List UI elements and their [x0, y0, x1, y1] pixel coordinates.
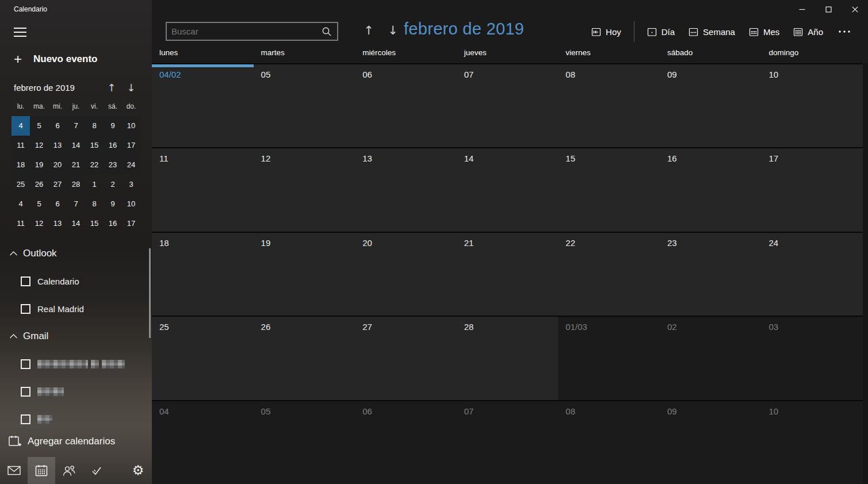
date-cell-07[interactable]: 07 [457, 401, 559, 484]
date-cell-09[interactable]: 09 [660, 64, 762, 147]
date-cell-06[interactable]: 06 [355, 64, 457, 147]
date-cell-06[interactable]: 06 [355, 401, 457, 484]
date-cell-11[interactable]: 11 [152, 148, 254, 231]
date-cell-18[interactable]: 18 [152, 233, 254, 316]
view-button-day[interactable]: Día [640, 24, 682, 40]
date-cell-24[interactable]: 24 [761, 233, 863, 316]
maximize-button[interactable] [815, 0, 842, 18]
mini-day-16[interactable]: 16 [104, 214, 122, 233]
date-cell-26[interactable]: 26 [254, 317, 355, 400]
mini-day-12[interactable]: 12 [30, 136, 48, 155]
calendar-list-item[interactable] [21, 412, 52, 426]
mini-day-17[interactable]: 17 [122, 214, 140, 233]
mini-day-13[interactable]: 13 [48, 136, 67, 155]
sidebar-scrollbar[interactable] [149, 248, 151, 338]
date-cell-19[interactable]: 19 [254, 233, 355, 316]
date-cell-10[interactable]: 10 [761, 401, 863, 484]
mini-day-24[interactable]: 24 [122, 155, 140, 175]
date-cell-12[interactable]: 12 [254, 148, 355, 231]
date-cell-03[interactable]: 03 [761, 317, 863, 400]
date-cell-13[interactable]: 13 [355, 148, 457, 231]
date-cell-09[interactable]: 09 [660, 401, 762, 484]
date-cell-16[interactable]: 16 [660, 148, 762, 231]
new-event-button[interactable]: + Nuevo evento [14, 53, 97, 66]
minimize-button[interactable] [789, 0, 815, 18]
mini-day-14[interactable]: 14 [67, 214, 85, 233]
checkbox-unchecked[interactable] [21, 276, 30, 286]
date-cell-04/02[interactable]: 04/02 [152, 64, 254, 147]
dock-todo-button[interactable] [83, 457, 110, 484]
mini-day-8[interactable]: 8 [85, 116, 104, 136]
checkbox-unchecked[interactable] [21, 387, 30, 397]
next-month-button[interactable]: ↓ [384, 22, 402, 39]
search-input[interactable] [167, 26, 322, 36]
dock-people-button[interactable] [55, 457, 83, 484]
date-cell-20[interactable]: 20 [355, 233, 457, 316]
date-cell-28[interactable]: 28 [457, 317, 559, 400]
mini-day-15[interactable]: 15 [85, 214, 104, 233]
mini-day-10[interactable]: 10 [122, 194, 140, 214]
calendar-list-item[interactable] [21, 357, 125, 371]
mini-day-9[interactable]: 9 [104, 194, 122, 214]
mini-day-7[interactable]: 7 [67, 116, 85, 136]
date-cell-21[interactable]: 21 [457, 233, 559, 316]
date-cell-15[interactable]: 15 [558, 148, 660, 231]
mini-day-22[interactable]: 22 [85, 155, 104, 175]
mini-day-16[interactable]: 16 [104, 136, 122, 155]
hamburger-menu-icon[interactable] [14, 28, 26, 37]
date-cell-01/03[interactable]: 01/03 [558, 317, 660, 400]
date-cell-17[interactable]: 17 [761, 148, 863, 231]
mini-calendar-title[interactable]: febrero de 2019 [14, 83, 75, 93]
mini-day-21[interactable]: 21 [67, 155, 85, 175]
date-cell-07[interactable]: 07 [457, 64, 559, 147]
more-options-button[interactable] [830, 26, 859, 37]
close-button[interactable] [842, 0, 868, 18]
mini-day-17[interactable]: 17 [122, 136, 140, 155]
mini-day-3[interactable]: 3 [122, 175, 140, 194]
main-scrollbar[interactable] [863, 63, 868, 484]
date-cell-22[interactable]: 22 [558, 233, 660, 316]
mini-day-6[interactable]: 6 [48, 194, 67, 214]
dock-settings-button[interactable]: ⚙ [124, 457, 152, 484]
date-cell-27[interactable]: 27 [355, 317, 457, 400]
mini-day-5[interactable]: 5 [30, 194, 48, 214]
calendar-list-item[interactable] [21, 385, 64, 398]
mini-calendar-next-button[interactable]: ↓ [124, 82, 138, 95]
mini-day-6[interactable]: 6 [48, 116, 67, 136]
view-button-year[interactable]: Año [786, 24, 830, 40]
section-header-gmail[interactable]: Gmail [9, 329, 48, 343]
date-cell-08[interactable]: 08 [558, 64, 660, 147]
search-icon[interactable] [322, 26, 332, 37]
view-button-week[interactable]: Semana [682, 24, 742, 40]
mini-day-25[interactable]: 25 [12, 175, 30, 194]
view-button-today[interactable]: Hoy [584, 24, 628, 40]
mini-day-11[interactable]: 11 [12, 136, 30, 155]
date-cell-10[interactable]: 10 [761, 64, 863, 147]
mini-day-10[interactable]: 10 [122, 116, 140, 136]
mini-day-7[interactable]: 7 [67, 194, 85, 214]
section-header-outlook[interactable]: Outlook [9, 247, 57, 260]
view-button-month[interactable]: Mes [742, 24, 786, 40]
date-cell-23[interactable]: 23 [660, 233, 762, 316]
date-cell-05[interactable]: 05 [254, 401, 355, 484]
checkbox-unchecked[interactable] [21, 304, 30, 314]
mini-day-1[interactable]: 1 [85, 175, 104, 194]
mini-day-15[interactable]: 15 [85, 136, 104, 155]
mini-day-26[interactable]: 26 [30, 175, 48, 194]
checkbox-unchecked[interactable] [21, 359, 30, 369]
calendar-list-item[interactable]: Real Madrid [21, 302, 84, 316]
mini-day-20[interactable]: 20 [48, 155, 67, 175]
date-cell-04[interactable]: 04 [152, 401, 254, 484]
date-cell-08[interactable]: 08 [558, 401, 660, 484]
mini-calendar-prev-button[interactable]: ↑ [105, 82, 118, 95]
mini-day-13[interactable]: 13 [48, 214, 67, 233]
date-cell-02[interactable]: 02 [660, 317, 762, 400]
mini-day-2[interactable]: 2 [104, 175, 122, 194]
mini-day-8[interactable]: 8 [85, 194, 104, 214]
calendar-list-item[interactable]: Calendario [21, 274, 79, 288]
mini-day-23[interactable]: 23 [104, 155, 122, 175]
mini-day-9[interactable]: 9 [104, 116, 122, 136]
dock-calendar-button[interactable] [28, 457, 55, 484]
mini-day-19[interactable]: 19 [30, 155, 48, 175]
dock-mail-button[interactable] [0, 457, 28, 484]
